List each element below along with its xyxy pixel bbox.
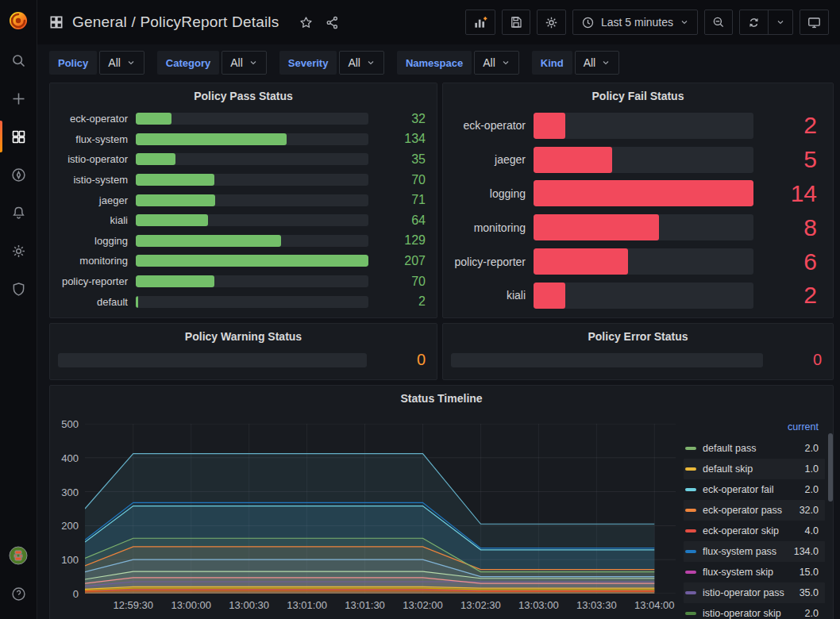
legend-item-flux-system-pass[interactable]: flux-system pass134.0 <box>684 541 825 562</box>
x-axis-tick: 13:00:30 <box>229 599 269 611</box>
sidebar-item-dashboards[interactable] <box>0 117 37 156</box>
legend-series-current: 32.0 <box>800 505 819 516</box>
gauge-value: 32 <box>368 112 426 126</box>
refresh-interval-dropdown[interactable] <box>768 10 792 34</box>
filter-label-category: Category <box>157 51 219 75</box>
sidebar-item-profile[interactable] <box>0 536 37 575</box>
compass-icon <box>10 167 27 183</box>
gear-icon <box>544 15 559 30</box>
monitor-icon <box>807 15 822 30</box>
timeline-plot-area[interactable]: 0100200300400500 <box>85 424 676 594</box>
legend-header-current[interactable]: current <box>684 419 825 438</box>
gauge-bar <box>136 214 208 226</box>
dashboard-settings-button[interactable] <box>537 10 566 35</box>
gauge-value: 129 <box>368 233 426 248</box>
bar-gauge-row-policy-reporter: policy-reporter6 <box>451 244 822 279</box>
bar-gauge-row-default: default2 <box>58 291 426 312</box>
legend-series-name[interactable]: eck-operator fail <box>703 484 805 495</box>
gauge-bar <box>136 275 214 287</box>
x-axis-tick: 13:02:00 <box>403 599 443 611</box>
gauge-track <box>136 235 368 247</box>
share-dashboard-button[interactable] <box>325 15 340 30</box>
gauge-label: monitoring <box>451 221 534 234</box>
top-navbar: General / PolicyReport Details <box>37 0 840 44</box>
legend-swatch <box>685 447 696 450</box>
legend-series-name[interactable]: eck-operator skip <box>703 525 805 536</box>
gauge-track <box>136 255 368 267</box>
clock-icon <box>581 16 595 29</box>
legend-swatch <box>685 467 696 471</box>
legend-series-name[interactable]: istio-operator pass <box>703 587 800 598</box>
gauge-label: eck-operator <box>451 119 534 132</box>
sidebar-item-explore[interactable] <box>0 156 37 194</box>
dashboards-grid-icon <box>10 129 27 145</box>
time-range-picker[interactable]: Last 5 minutes <box>572 10 698 35</box>
filter-namespace: NamespaceAll <box>397 51 519 75</box>
legend-series-current: 2.0 <box>805 608 819 619</box>
legend-series-name[interactable]: flux-system skip <box>703 567 800 578</box>
legend-item-flux-system-skip[interactable]: flux-system skip15.0 <box>684 562 825 582</box>
page-title[interactable]: General / PolicyReport Details <box>72 13 279 31</box>
gauge-value: 5 <box>753 146 822 173</box>
sidebar-item-search[interactable] <box>0 41 37 79</box>
legend-swatch <box>685 591 696 594</box>
bar-gauge-row-policy-reporter: policy-reporter70 <box>58 271 426 292</box>
filter-value-policy[interactable]: All <box>99 51 144 75</box>
legend-item-eck-operator-skip[interactable]: eck-operator skip4.0 <box>684 521 825 541</box>
x-axis-tick: 13:00:00 <box>171 599 211 611</box>
legend-series-name[interactable]: flux-system pass <box>703 546 794 557</box>
gauge-value: 70 <box>368 173 426 187</box>
gear-icon <box>10 243 27 260</box>
panel-title[interactable]: Status Timeline <box>50 386 833 409</box>
filter-value-namespace[interactable]: All <box>474 51 519 75</box>
bar-gauge-row-eck-operator: eck-operator32 <box>58 109 426 129</box>
gauge-bar <box>136 194 215 206</box>
panel-title[interactable]: Policy Pass Status <box>50 83 437 107</box>
legend-series-name[interactable]: eck-operator pass <box>703 505 800 516</box>
sidebar-item-help[interactable] <box>0 575 37 613</box>
save-dashboard-button[interactable] <box>502 10 530 35</box>
sidebar-item-server-admin[interactable] <box>0 270 37 308</box>
legend-item-default-pass[interactable]: default pass2.0 <box>684 438 825 459</box>
chevron-down-icon <box>776 17 785 27</box>
legend-item-eck-operator-pass[interactable]: eck-operator pass32.0 <box>684 500 825 521</box>
gauge-bar <box>534 180 753 206</box>
star-dashboard-button[interactable] <box>299 15 314 30</box>
gauge-label: policy-reporter <box>451 256 534 268</box>
filter-policy: PolicyAll <box>49 51 144 75</box>
kiosk-mode-button[interactable] <box>800 10 829 35</box>
sidebar-item-create[interactable] <box>0 79 37 117</box>
legend-item-eck-operator-fail[interactable]: eck-operator fail2.0 <box>684 479 825 500</box>
template-variable-bar: PolicyAllCategoryAllSeverityAllNamespace… <box>37 44 840 83</box>
legend-item-istio-operator-skip[interactable]: istio-operator skip2.0 <box>684 603 825 619</box>
panel-title[interactable]: Policy Error Status <box>443 324 833 348</box>
sidebar-item-configuration[interactable] <box>0 232 37 270</box>
filter-label-namespace: Namespace <box>397 51 472 75</box>
panel-title[interactable]: Policy Fail Status <box>443 83 833 107</box>
panel-title[interactable]: Policy Warning Status <box>50 324 437 348</box>
filter-value-category[interactable]: All <box>222 51 267 75</box>
legend-swatch <box>685 571 696 574</box>
legend-item-istio-operator-pass[interactable]: istio-operator pass35.0 <box>684 582 825 603</box>
refresh-button[interactable] <box>740 10 768 34</box>
zoom-out-button[interactable] <box>704 10 733 35</box>
save-icon <box>509 15 523 29</box>
grafana-logo[interactable] <box>0 0 37 41</box>
add-panel-button[interactable] <box>465 10 495 35</box>
legend-series-name[interactable]: default pass <box>703 443 805 454</box>
y-axis-tick: 400 <box>61 452 79 463</box>
filter-value-severity[interactable]: All <box>339 51 384 75</box>
legend-series-name[interactable]: default skip <box>703 463 805 475</box>
legend-series-name[interactable]: istio-operator skip <box>703 608 805 619</box>
apps-grid-icon <box>48 14 64 30</box>
gauge-label: kiali <box>58 214 136 226</box>
gauge-label: eck-operator <box>58 113 136 125</box>
sidebar-item-alerting[interactable] <box>0 194 37 232</box>
gauge-bar <box>136 235 281 247</box>
gauge-label: jaeger <box>451 153 534 166</box>
legend-item-default-skip[interactable]: default skip1.0 <box>684 459 825 479</box>
filter-value-kind[interactable]: All <box>575 51 620 75</box>
gauge-track <box>451 353 763 367</box>
legend-scrollbar[interactable] <box>828 433 833 502</box>
gauge-track <box>136 296 368 308</box>
